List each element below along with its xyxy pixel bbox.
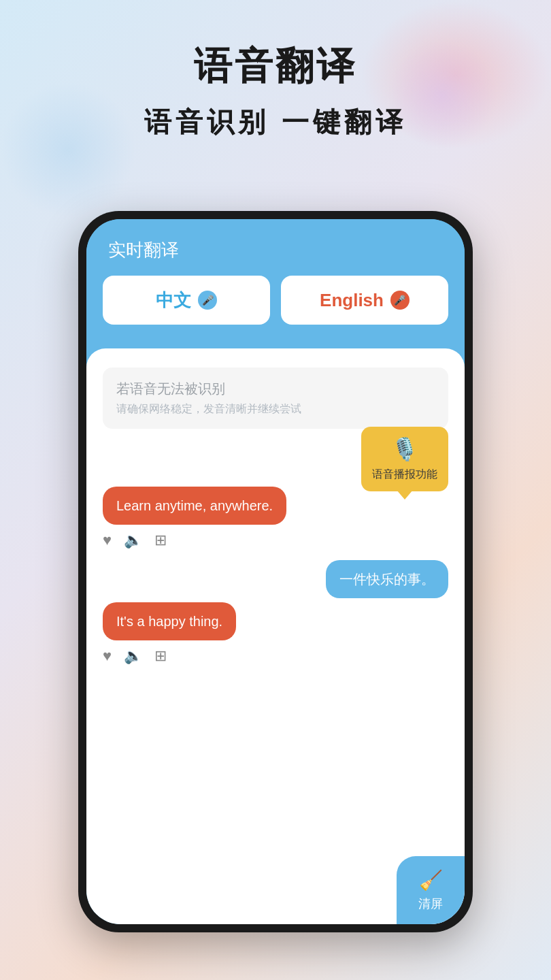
bubble-en-2: It's a happy thing. bbox=[103, 602, 236, 640]
bubble-zh-2-text: 一件快乐的事。 bbox=[339, 572, 435, 587]
phone-inner: 实时翻译 中文 🎤 English 🎤 若语音无法被识别 请确保网络稳定，发音 bbox=[86, 219, 465, 924]
info-box-title: 若语音无法被识别 bbox=[116, 380, 435, 398]
app-header: 实时翻译 bbox=[86, 219, 465, 276]
info-box: 若语音无法被识别 请确保网络稳定，发音清晰并继续尝试 bbox=[103, 368, 448, 429]
action-row-1: ♥ 🔈 ⊞ bbox=[103, 529, 448, 560]
speaker-icon-1[interactable]: 🔈 bbox=[124, 532, 142, 549]
bubble-zh-2: 一件快乐的事。 bbox=[326, 560, 448, 598]
tooltip-box: 🎙️ 语音播报功能 bbox=[361, 427, 448, 491]
english-lang-label: English bbox=[320, 290, 384, 311]
page-title: 语音翻译 bbox=[0, 41, 551, 93]
english-mic-icon: 🎤 bbox=[390, 291, 410, 310]
bubble-row-2-zh: 一件快乐的事。 bbox=[103, 560, 448, 598]
bubble-en-1: Learn anytime, anywhere. bbox=[103, 487, 286, 525]
info-box-sub: 请确保网络稳定，发音清晰并继续尝试 bbox=[116, 402, 435, 416]
clear-label: 清屏 bbox=[418, 896, 443, 912]
speaker-icon-2[interactable]: 🔈 bbox=[124, 647, 142, 665]
clear-screen-button[interactable]: 🧹 清屏 bbox=[397, 856, 465, 924]
header-section: 语音翻译 语音识别 一键翻译 bbox=[0, 41, 551, 141]
action-row-2: ♥ 🔈 ⊞ bbox=[103, 644, 448, 676]
bubble-en-2-text: It's a happy thing. bbox=[116, 614, 222, 629]
tooltip-arrow bbox=[397, 490, 413, 500]
phone-outer: 实时翻译 中文 🎤 English 🎤 若语音无法被识别 请确保网络稳定，发音 bbox=[78, 211, 473, 932]
page-subtitle: 语音识别 一键翻译 bbox=[0, 103, 551, 141]
phone-mockup: 实时翻译 中文 🎤 English 🎤 若语音无法被识别 请确保网络稳定，发音 bbox=[78, 211, 473, 932]
heart-icon-2[interactable]: ♥ bbox=[103, 647, 112, 665]
chat-area: 若语音无法被识别 请确保网络稳定，发音清晰并继续尝试 随时随地 Learn an… bbox=[86, 348, 465, 924]
bubble-row-2-en: It's a happy thing. bbox=[103, 602, 448, 640]
tooltip-mic-icon: 🎙️ bbox=[391, 436, 418, 462]
chinese-mic-icon: 🎤 bbox=[198, 291, 217, 310]
app-title-label: 实时翻译 bbox=[108, 240, 179, 260]
broom-icon: 🧹 bbox=[419, 869, 443, 892]
english-lang-button[interactable]: English 🎤 bbox=[281, 276, 448, 325]
bubble-en-1-text: Learn anytime, anywhere. bbox=[116, 498, 273, 513]
copy-icon-1[interactable]: ⊞ bbox=[154, 532, 167, 549]
chinese-lang-button[interactable]: 中文 🎤 bbox=[103, 276, 270, 325]
copy-icon-2[interactable]: ⊞ bbox=[154, 647, 167, 665]
heart-icon-1[interactable]: ♥ bbox=[103, 532, 112, 549]
tooltip-wrapper: 🎙️ 语音播报功能 bbox=[361, 427, 448, 500]
chinese-lang-label: 中文 bbox=[156, 289, 191, 312]
tooltip-label: 语音播报功能 bbox=[372, 468, 437, 482]
language-row: 中文 🎤 English 🎤 bbox=[86, 276, 465, 338]
